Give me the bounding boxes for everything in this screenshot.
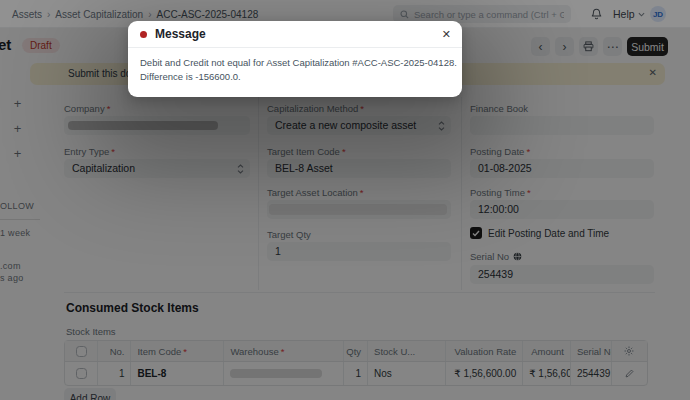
message-text: Difference is -156600.0. [140, 70, 450, 84]
close-icon[interactable]: ✕ [442, 28, 451, 41]
dialog-header: Message ✕ [128, 21, 462, 48]
dialog-title: Message [155, 27, 206, 41]
dialog-body: Debit and Credit not equal for Asset Cap… [128, 48, 462, 84]
message-dialog: Message ✕ Debit and Credit not equal for… [128, 21, 462, 97]
message-text: Debit and Credit not equal for Asset Cap… [140, 56, 450, 70]
error-indicator-dot [140, 31, 147, 38]
